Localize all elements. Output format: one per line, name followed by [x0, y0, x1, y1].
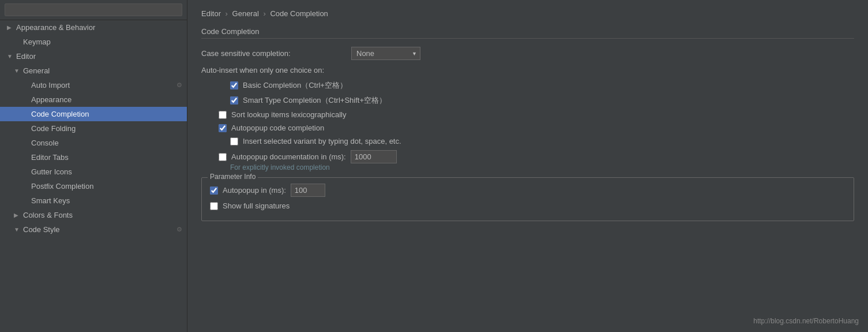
- sidebar-item-postfix-completion[interactable]: Postfix Completion: [0, 179, 187, 193]
- insert-selected-row: Insert selected variant by typing dot, s…: [201, 137, 854, 146]
- autopopup-completion-label: Autopopup code completion: [231, 124, 324, 132]
- sidebar-item-keymap[interactable]: Keymap: [0, 35, 187, 49]
- arrow-icon: ▶: [14, 212, 21, 218]
- insert-selected-checkbox[interactable]: [230, 137, 238, 146]
- param-info-title: Parameter Info: [208, 173, 258, 181]
- watermark: http://blog.csdn.net/RobertoHuang: [753, 317, 859, 325]
- autopopup-doc-label: Autopopup documentation in (ms):: [231, 152, 346, 161]
- sidebar-item-code-style[interactable]: ▼Code Style⚙: [0, 222, 187, 237]
- arrow-icon: ▼: [14, 68, 21, 74]
- arrow-icon: ▶: [7, 24, 14, 31]
- sidebar-item-label: Code Style: [23, 225, 60, 234]
- sidebar-item-smart-keys[interactable]: Smart Keys: [0, 193, 187, 208]
- main-content: Editor › General › Code Completion Code …: [187, 0, 868, 332]
- param-autopopup-value[interactable]: [291, 184, 325, 197]
- search-input[interactable]: [5, 3, 182, 16]
- show-full-signatures-checkbox[interactable]: [210, 202, 218, 210]
- sidebar-item-label: Code Folding: [31, 124, 76, 133]
- autopopup-doc-value[interactable]: [351, 150, 397, 163]
- sidebar-item-label: Auto Import: [31, 81, 70, 89]
- show-full-signatures-row: Show full signatures: [210, 202, 846, 210]
- basic-completion-checkbox[interactable]: [230, 81, 238, 89]
- case-sensitive-row: Case sensitive completion: NoneFirst let…: [201, 47, 854, 60]
- breadcrumb-sep-1: ›: [226, 9, 228, 18]
- hint-text: For explicitly invoked completion: [201, 163, 854, 171]
- sort-lookup-row: Sort lookup items lexicographically: [201, 110, 854, 119]
- sidebar-item-label: Smart Keys: [31, 196, 70, 205]
- autopopup-doc-row: Autopopup documentation in (ms):: [201, 150, 854, 163]
- sidebar-item-auto-import[interactable]: Auto Import⚙: [0, 78, 187, 92]
- search-box[interactable]: [0, 0, 187, 20]
- sidebar-item-appearance[interactable]: Appearance: [0, 92, 187, 107]
- insert-selected-label: Insert selected variant by typing dot, s…: [243, 137, 401, 146]
- sidebar-item-editor[interactable]: ▼Editor: [0, 49, 187, 64]
- sidebar-item-code-folding[interactable]: Code Folding: [0, 121, 187, 136]
- case-sensitive-label: Case sensitive completion:: [201, 49, 351, 58]
- auto-insert-label: Auto-insert when only one choice on:: [201, 66, 351, 74]
- sidebar-item-label: Gutter Icons: [31, 167, 72, 176]
- sidebar-item-label: Colors & Fonts: [23, 211, 73, 219]
- sidebar-item-gutter-icons[interactable]: Gutter Icons: [0, 165, 187, 179]
- sidebar-item-label: Editor Tabs: [31, 153, 69, 162]
- breadcrumb-editor: Editor: [201, 9, 221, 18]
- arrow-icon: ▼: [14, 226, 21, 233]
- param-autopopup-label: Autopopup in (ms):: [223, 186, 286, 195]
- arrow-icon: ▼: [7, 53, 14, 59]
- sidebar-item-label: Console: [31, 139, 59, 147]
- param-autopopup-checkbox[interactable]: [210, 186, 218, 195]
- settings-icon: ⚙: [176, 81, 182, 89]
- autopopup-completion-row: Autopopup code completion: [201, 124, 854, 132]
- breadcrumb-code-completion: Code Completion: [270, 9, 328, 18]
- smart-type-completion-label: Smart Type Completion（Ctrl+Shift+空格）: [243, 95, 386, 106]
- sidebar-item-appearance-behavior[interactable]: ▶Appearance & Behavior: [0, 20, 187, 35]
- sidebar-item-label: Editor: [16, 52, 36, 61]
- case-sensitive-dropdown-container[interactable]: NoneFirst letterAll: [351, 47, 420, 60]
- smart-type-completion-checkbox[interactable]: [230, 96, 238, 105]
- sidebar-item-code-completion[interactable]: Code Completion: [0, 107, 187, 121]
- sidebar-item-editor-tabs[interactable]: Editor Tabs: [0, 150, 187, 165]
- settings-icon: ⚙: [176, 226, 182, 233]
- sidebar-item-label: Appearance: [31, 95, 72, 104]
- breadcrumb-sep-2: ›: [263, 9, 265, 18]
- breadcrumb: Editor › General › Code Completion: [201, 9, 854, 18]
- breadcrumb-general: General: [232, 9, 259, 18]
- sidebar-item-label: Appearance & Behavior: [16, 23, 95, 32]
- sidebar-item-label: General: [23, 66, 50, 75]
- case-sensitive-dropdown[interactable]: NoneFirst letterAll: [351, 47, 420, 60]
- sort-lookup-label: Sort lookup items lexicographically: [231, 110, 346, 119]
- autopopup-doc-checkbox[interactable]: [219, 153, 227, 161]
- sidebar-item-console[interactable]: Console: [0, 136, 187, 150]
- sidebar-item-label: Keymap: [23, 38, 51, 46]
- sidebar-item-label: Code Completion: [31, 110, 89, 118]
- sidebar-item-general[interactable]: ▼General: [0, 64, 187, 78]
- param-info-box: Parameter Info Autopopup in (ms): Show f…: [201, 177, 854, 221]
- sort-lookup-checkbox[interactable]: [219, 111, 227, 119]
- show-full-signatures-label: Show full signatures: [223, 202, 290, 210]
- basic-completion-row: Basic Completion（Ctrl+空格）: [201, 80, 854, 91]
- section-title: Code Completion: [201, 27, 854, 39]
- sidebar-item-label: Postfix Completion: [31, 182, 93, 191]
- autopopup-completion-checkbox[interactable]: [219, 124, 227, 132]
- smart-type-completion-row: Smart Type Completion（Ctrl+Shift+空格）: [201, 95, 854, 106]
- sidebar-item-colors-fonts[interactable]: ▶Colors & Fonts: [0, 208, 187, 222]
- param-autopopup-row: Autopopup in (ms):: [210, 184, 846, 197]
- basic-completion-label: Basic Completion（Ctrl+空格）: [243, 80, 347, 91]
- settings-sidebar: ▶Appearance & BehaviorKeymap▼Editor▼Gene…: [0, 0, 187, 332]
- auto-insert-row: Auto-insert when only one choice on:: [201, 66, 854, 74]
